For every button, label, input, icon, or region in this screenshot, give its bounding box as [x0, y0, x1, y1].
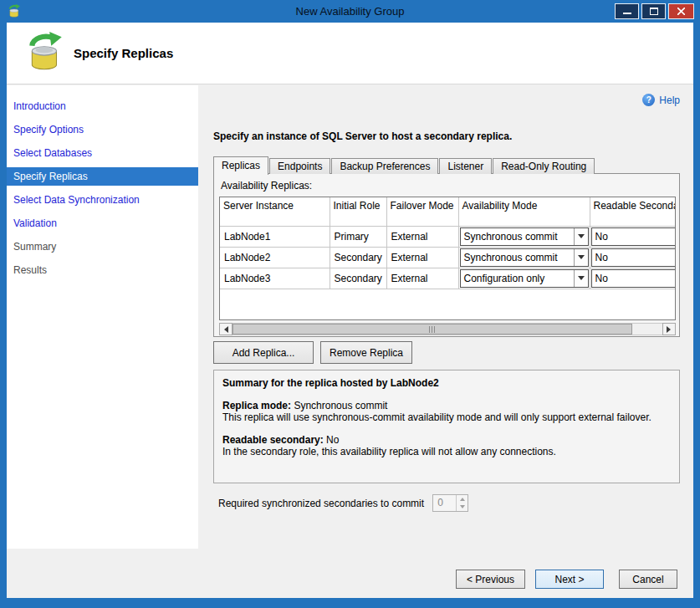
minimize-icon: [623, 8, 631, 15]
titlebar[interactable]: New Availability Group: [0, 0, 700, 23]
wizard-steps-sidebar: Introduction Specify Options Select Data…: [7, 85, 198, 549]
replica-row-labnode1: LabNode1 Primary External Synchronous co…: [220, 226, 676, 247]
replica-mode-label: Replica mode:: [222, 400, 291, 411]
minimize-button[interactable]: [615, 3, 639, 19]
availability-replicas-label: Availability Replicas:: [221, 180, 312, 192]
quorum-value: 0: [433, 495, 456, 511]
remove-replica-button[interactable]: Remove Replica: [320, 341, 412, 364]
quorum-spinner: 0: [432, 494, 468, 512]
horizontal-scrollbar[interactable]: [219, 323, 676, 335]
replicas-tab-panel: Availability Replicas: Server Instance I…: [213, 173, 680, 337]
scrollbar-track[interactable]: [232, 323, 662, 335]
sidebar-item-results: Results: [7, 261, 198, 279]
sidebar-item-select-data-synchronization[interactable]: Select Data Synchronization: [7, 191, 198, 209]
spinner-down-button: [457, 503, 468, 512]
page-title: Specify Replicas: [74, 46, 173, 60]
cell-failover-mode: External: [386, 226, 458, 247]
availability-mode-dropdown[interactable]: Synchronous commit: [460, 227, 589, 246]
close-icon: [677, 8, 685, 15]
grid-header-row: Server Instance Initial Role Failover Mo…: [220, 197, 676, 226]
chevron-down-icon[interactable]: [574, 270, 588, 287]
availability-group-icon: [25, 32, 67, 74]
sidebar-item-validation[interactable]: Validation: [7, 214, 198, 232]
cell-server-instance: LabNode3: [220, 268, 330, 289]
tab-endpoints[interactable]: Endpoints: [269, 158, 330, 174]
column-header-failover-mode[interactable]: Failover Mode: [386, 197, 458, 226]
tab-listener[interactable]: Listener: [439, 158, 492, 174]
spinner-up-button: [457, 495, 468, 503]
add-replica-button[interactable]: Add Replica...: [213, 341, 314, 364]
scroll-right-button[interactable]: [662, 323, 676, 335]
instruction-text: Specify an instance of SQL Server to hos…: [213, 130, 512, 142]
main-content: ? Help Specify an instance of SQL Server…: [199, 85, 693, 549]
availability-mode-value: Synchronous commit: [461, 231, 574, 243]
arrow-left-icon: [221, 326, 228, 333]
help-link[interactable]: ? Help: [642, 94, 680, 106]
cell-server-instance: LabNode1: [220, 226, 330, 247]
sidebar-item-specify-replicas[interactable]: Specify Replicas: [7, 167, 198, 186]
cancel-button[interactable]: Cancel: [619, 570, 677, 589]
arrow-up-icon: [460, 495, 465, 501]
replicas-grid: Server Instance Initial Role Failover Mo…: [219, 197, 676, 320]
sidebar-item-select-databases[interactable]: Select Databases: [7, 144, 198, 162]
next-button[interactable]: Next >: [535, 570, 604, 589]
wizard-header: Specify Replicas: [7, 23, 693, 84]
cell-initial-role: Secondary: [330, 247, 386, 268]
availability-mode-value: Synchronous commit: [461, 252, 574, 263]
readable-secondary-summary-value: No: [326, 434, 339, 446]
arrow-down-icon: [460, 505, 465, 511]
quorum-row: Required synchronized secondaries to com…: [218, 494, 468, 512]
previous-button[interactable]: < Previous: [456, 570, 525, 589]
tab-read-only-routing[interactable]: Read-Only Routing: [493, 158, 595, 174]
column-header-initial-role[interactable]: Initial Role: [330, 197, 386, 226]
summary-title: Summary for the replica hosted by LabNod…: [222, 377, 671, 389]
help-icon: ?: [642, 94, 655, 106]
replica-row-labnode2: LabNode2 Secondary External Synchronous …: [220, 247, 676, 268]
grip-icon: [429, 326, 436, 333]
readable-secondary-value: No: [592, 231, 677, 243]
close-button[interactable]: [668, 3, 694, 19]
readable-secondary-description: In the secondary role, this availability…: [222, 446, 671, 457]
replica-mode-value: Synchronous commit: [294, 400, 387, 411]
availability-mode-value: Configuration only: [461, 273, 574, 284]
tab-strip: Replicas Endpoints Backup Preferences Li…: [213, 156, 595, 174]
chevron-down-icon[interactable]: [574, 228, 588, 245]
replica-summary-panel: Summary for the replica hosted by LabNod…: [213, 370, 680, 483]
help-label: Help: [659, 95, 680, 106]
readable-secondary-value: No: [592, 273, 677, 284]
availability-mode-dropdown[interactable]: Synchronous commit: [460, 248, 589, 267]
chevron-down-icon[interactable]: [574, 249, 588, 266]
replica-row-labnode3: LabNode3 Secondary External Configuratio…: [220, 268, 676, 289]
column-header-server-instance[interactable]: Server Instance: [220, 197, 330, 226]
maximize-icon: [650, 8, 658, 15]
column-header-readable-secondary[interactable]: Readable Secondary: [590, 197, 676, 226]
readable-secondary-label: Readable secondary:: [222, 434, 324, 446]
readable-secondary-value: No: [592, 252, 677, 263]
replica-mode-description: This replica will use synchronous-commit…: [222, 411, 671, 423]
new-availability-group-window: New Availability Group: [0, 0, 700, 608]
readable-secondary-dropdown[interactable]: No: [591, 248, 677, 267]
sidebar-item-introduction[interactable]: Introduction: [7, 97, 198, 115]
tab-backup-preferences[interactable]: Backup Preferences: [331, 158, 438, 174]
window-title: New Availability Group: [0, 0, 700, 23]
scrollbar-thumb[interactable]: [232, 324, 632, 335]
readable-secondary-dropdown[interactable]: No: [591, 227, 677, 246]
cell-server-instance: LabNode2: [220, 247, 330, 268]
column-header-availability-mode[interactable]: Availability Mode: [458, 197, 590, 226]
cell-initial-role: Primary: [330, 226, 386, 247]
dialog-body: Specify Replicas Introduction Specify Op…: [7, 23, 693, 598]
readable-secondary-dropdown[interactable]: No: [591, 269, 677, 288]
cell-initial-role: Secondary: [330, 268, 386, 289]
cell-failover-mode: External: [386, 247, 458, 268]
scroll-left-button[interactable]: [219, 323, 232, 335]
cell-failover-mode: External: [386, 268, 458, 289]
footer-bar: < Previous Next > Cancel: [7, 549, 693, 598]
sidebar-item-specify-options[interactable]: Specify Options: [7, 120, 198, 139]
tab-replicas[interactable]: Replicas: [213, 156, 268, 175]
arrow-right-icon: [667, 326, 674, 333]
maximize-button[interactable]: [641, 3, 666, 19]
availability-mode-dropdown[interactable]: Configuration only: [460, 269, 589, 288]
quorum-label: Required synchronized secondaries to com…: [218, 498, 424, 509]
sidebar-item-summary: Summary: [7, 238, 198, 256]
